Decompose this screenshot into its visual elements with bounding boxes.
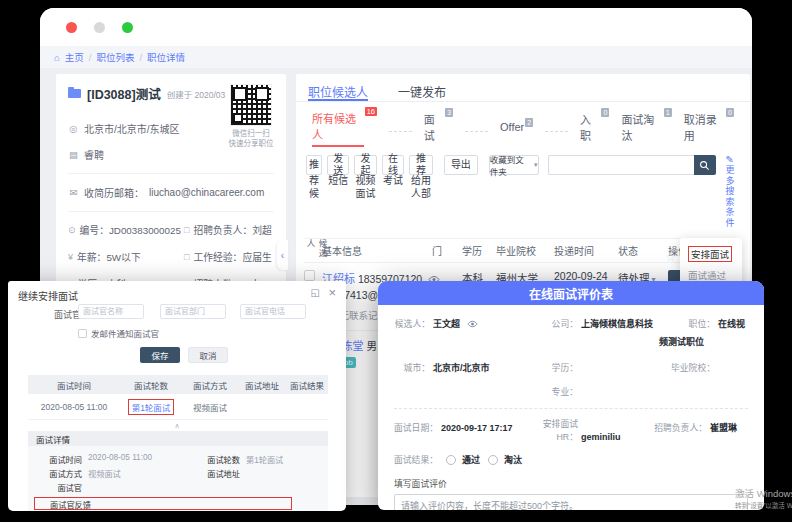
eye-icon[interactable]	[467, 320, 478, 328]
result-pass-radio[interactable]	[446, 455, 456, 465]
comment-label: 填写面试评价	[394, 477, 748, 490]
column-status: 状态	[618, 243, 668, 258]
export-button[interactable]: 导出	[444, 155, 478, 175]
badge: 2	[525, 118, 533, 127]
interview-time: 2020-08-05 11:00	[28, 402, 120, 412]
stage-tab-cancelled[interactable]: 取消录用0	[684, 111, 734, 146]
stage-tab-interview[interactable]: 面试3	[424, 111, 453, 146]
folder-icon	[68, 89, 81, 98]
interviewer-name-input[interactable]	[78, 304, 144, 319]
salary-icon: ¥	[68, 252, 73, 262]
job-owner: 招聘负责人：刘超	[193, 223, 271, 237]
result-pass-label[interactable]: 通过	[462, 453, 480, 466]
recommend-to-dept-button[interactable]: 推荐 给用人部	[409, 155, 433, 200]
candidate-gender: 男	[366, 340, 377, 352]
stage-tab-rejected[interactable]: 面试淘汰1	[621, 111, 671, 146]
column-dept-clipped: 门	[432, 243, 442, 258]
row-checkbox[interactable]	[304, 270, 315, 281]
interview-detail-panel: 面试详情 面试时间2020-08-05 11:00 面试轮数第1轮面试 面试方式…	[28, 431, 328, 511]
notify-interviewer-checkbox[interactable]: 发邮件通知面试官	[78, 327, 159, 339]
checkbox-icon	[78, 329, 87, 338]
owner-icon: □	[184, 225, 189, 235]
breadcrumb-job-list[interactable]: 职位列表	[96, 50, 134, 64]
tab-position-candidates[interactable]: 职位候选人	[308, 83, 368, 101]
candidates-table-header: 候选人 基本信息门 学历 毕业院校 投递时间 状态 操作 ▦	[304, 238, 742, 263]
interviewer-feedback-highlight: 面试官反馈	[34, 497, 292, 510]
candidates-toolbar: 推 荐候 发送 短信 发起 视频面试 在线 考试	[296, 153, 750, 228]
candidate-name: 王文超	[433, 319, 460, 329]
online-exam-button[interactable]: 在线 考试	[382, 155, 404, 188]
search-icon	[699, 160, 710, 171]
company-icon: ▤	[68, 149, 79, 160]
evaluation-modal-title: 在线面试评价表	[378, 281, 764, 305]
job-experience: 工作经验：应届生	[193, 250, 271, 264]
search-input[interactable]	[548, 155, 694, 175]
job-id: 编号：JD00383000025	[80, 223, 181, 237]
minimize-window-button[interactable]	[94, 22, 105, 33]
job-company: 睿聘	[84, 147, 104, 162]
qr-code	[230, 84, 272, 126]
mail-icon: ✉	[68, 187, 79, 198]
result-fail-label[interactable]: 淘汰	[504, 453, 522, 466]
cancel-button[interactable]: 取消	[188, 347, 228, 363]
send-sms-button[interactable]: 发送 短信	[327, 155, 349, 188]
result-fail-radio[interactable]	[488, 455, 498, 465]
breadcrumb-job-detail: 职位详情	[147, 50, 185, 64]
favorite-folder-select[interactable]: 收藏到文件夹 ▾	[489, 155, 539, 175]
search-button[interactable]	[694, 155, 716, 175]
breadcrumb-separator: /	[139, 52, 142, 63]
job-salary: 年薪：5W以下	[77, 250, 141, 264]
interview-hr: geminiliu	[581, 432, 621, 442]
more-search-filters[interactable]: ✎ 更多 搜索 条件	[726, 155, 740, 228]
popout-icon[interactable]: ◱	[311, 287, 320, 298]
interview-round-row: 2020-08-05 11:00 第1轮面试 视频面试	[28, 394, 328, 419]
column-school: 毕业院校	[496, 243, 554, 258]
column-apply-date: 投递时间	[554, 243, 618, 258]
windows-activation-watermark: 激活 Windows 转到“设置”以激活 Windows。	[735, 486, 792, 510]
stage-tab-onboard[interactable]: 入职0	[580, 111, 609, 146]
zoom-window-button[interactable]	[122, 22, 133, 33]
home-icon[interactable]: ⌂	[54, 52, 60, 63]
evaluation-comment-textarea[interactable]	[394, 494, 748, 510]
candidate-city: 北京市/北京市	[433, 363, 490, 373]
stage-tab-all[interactable]: 所有候选人16	[312, 110, 377, 147]
stage-tabs: 所有候选人16 面试3 Offer2 入职0 面试淘汰1 取消录用0	[296, 102, 750, 153]
menu-item-schedule-interview[interactable]: 安排面试	[680, 243, 742, 265]
interviewer-phone-input[interactable]	[240, 304, 306, 319]
badge: 3	[445, 108, 453, 117]
stage-tab-offer[interactable]: Offer2	[500, 121, 533, 136]
chevron-left-icon: ‹	[281, 250, 284, 261]
save-button[interactable]: 保存	[140, 347, 180, 363]
close-window-button[interactable]	[66, 22, 77, 33]
interview-date: 2020-09-17 17:17	[441, 423, 513, 433]
collapse-panel-handle[interactable]: ‹	[277, 240, 288, 270]
interviewer-dept-input[interactable]	[160, 304, 226, 319]
job-id-icon: ⊙	[68, 225, 76, 235]
round-link[interactable]: 第1轮面试	[128, 399, 175, 415]
resume-email-value: liuchao@chinacareer.com	[149, 187, 264, 198]
modal-title: 继续安排面试	[18, 288, 78, 303]
breadcrumb-home[interactable]: 主页	[65, 50, 84, 64]
resume-email-label: 收简历邮箱：	[84, 185, 144, 200]
interview-mode: 视频面试	[182, 401, 238, 413]
badge: 1	[664, 108, 672, 117]
column-basic-info: 基本信息门	[322, 243, 462, 258]
breadcrumb: ⌂ 主页 / 职位列表 / 职位详情	[40, 46, 752, 68]
chevron-down-icon: ▾	[534, 161, 538, 169]
recruiting-owner: 崔盟琳	[710, 423, 737, 433]
pencil-icon: ✎	[726, 155, 740, 165]
close-icon[interactable]: ×	[328, 285, 336, 300]
collapse-icon[interactable]: ∧	[8, 422, 346, 430]
star-icon[interactable]: ☆	[665, 250, 676, 264]
interview-rounds-table: 面试时间 面试轮数 面试方式 面试地址 面试结果 2020-08-05 11:0…	[28, 375, 328, 420]
window-titlebar	[40, 8, 752, 46]
start-video-interview-button[interactable]: 发起 视频面试	[354, 155, 376, 200]
job-title: [ID3088]测试	[87, 84, 161, 103]
badge: 0	[601, 108, 609, 117]
badge: 0	[726, 108, 734, 117]
recommend-candidate-button[interactable]: 推 荐候	[306, 155, 322, 200]
breadcrumb-separator: /	[89, 52, 92, 63]
qr-caption: 微信扫一扫 快速分享职位	[220, 129, 282, 148]
screen: ⌂ 主页 / 职位列表 / 职位详情 [ID3088]测试 创建于 2020/0…	[0, 0, 792, 522]
tab-one-click-publish[interactable]: 一键发布	[398, 83, 446, 101]
